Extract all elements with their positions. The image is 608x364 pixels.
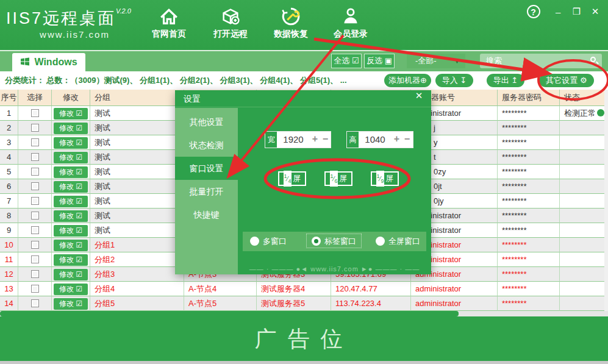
close-button[interactable]: ✕ (587, 6, 603, 17)
export-button[interactable]: 导出 ↥ (487, 74, 524, 87)
dialog-sidebar: 其他设置状态检测窗口设置批量打开快捷键 (175, 108, 238, 274)
app-header: IIS7远程桌面V.2.0 www.iis7.com 官网首页 打开远程 数据恢… (0, 0, 608, 51)
nav-open-remote[interactable]: 打开远程 (203, 6, 258, 40)
modify-button[interactable]: 修改 ☑ (54, 108, 88, 120)
cell-status (560, 282, 608, 296)
cell-modify: 修改 ☑ (52, 282, 90, 296)
window-mode-radio-group: 多窗口 标签窗口 全屏窗口 (243, 232, 426, 251)
table-row[interactable]: 14修改 ☑分组5A-节点5测试服务器5113.74.223.4administ… (0, 296, 608, 311)
height-decrease-button[interactable]: − (402, 132, 412, 148)
dialog-sidebar-item-3[interactable]: 批量打开 (175, 180, 238, 203)
modify-button[interactable]: 修改 ☑ (54, 196, 88, 207)
vertical-scrollbar-track[interactable] (604, 90, 608, 311)
chevron-down-icon: ▼ (454, 54, 460, 68)
row-checkbox[interactable] (31, 109, 39, 117)
window-bottom-edge (0, 361, 608, 364)
dialog-sidebar-item-0[interactable]: 其他设置 (175, 110, 238, 134)
horizontal-scrollbar-thumb[interactable] (0, 311, 459, 316)
row-checkbox[interactable] (31, 168, 39, 176)
row-checkbox[interactable] (31, 138, 39, 146)
table-row[interactable]: 13修改 ☑分组4A-节点4测试服务器4120.47.4.77administr… (0, 282, 608, 296)
radio-multi-window[interactable]: 多窗口 (250, 234, 287, 249)
cell-password: ******** (498, 150, 560, 165)
help-button[interactable]: ? (527, 5, 540, 18)
cell-node-name: A-节点5 (184, 296, 257, 311)
modify-button[interactable]: 修改 ☑ (54, 254, 88, 266)
row-checkbox[interactable] (31, 285, 39, 293)
modify-button[interactable]: 修改 ☑ (54, 166, 88, 178)
nav-data-recovery[interactable]: 数据恢复 (263, 6, 318, 40)
tab-windows[interactable]: Windows (12, 53, 85, 71)
logo-title: IIS7远程桌面 (6, 9, 116, 27)
dialog-title: 设置 (175, 90, 431, 107)
nav-member-login[interactable]: 会员登录 (323, 6, 378, 40)
group-filter-select[interactable]: -全部- ▼ (407, 54, 465, 68)
cell-index: 4 (0, 150, 18, 165)
width-decrease-button[interactable]: − (320, 132, 331, 148)
group-filter-value: -全部- (415, 56, 437, 65)
maximize-button[interactable]: ❒ (569, 6, 585, 17)
modify-button[interactable]: 修改 ☑ (54, 284, 88, 295)
search-input[interactable]: 搜索 (480, 54, 602, 68)
other-settings-button[interactable]: 其它设置 ⚙ (539, 74, 594, 87)
radio-fullscreen-window[interactable]: 全屏窗口 (376, 234, 420, 249)
modify-button[interactable]: 修改 ☑ (54, 210, 88, 222)
cell-group: 测试 (90, 165, 184, 179)
modify-button[interactable]: 修改 ☑ (54, 137, 88, 149)
row-checkbox[interactable] (31, 197, 39, 205)
row-checkbox[interactable] (31, 299, 39, 307)
row-checkbox[interactable] (31, 182, 39, 190)
dialog-close-icon[interactable]: ✕ (413, 90, 425, 101)
import-button[interactable]: 导入 ↧ (435, 74, 473, 87)
nav-home[interactable]: 官网首页 (141, 6, 196, 40)
height-value[interactable]: 1040 (359, 132, 392, 148)
quarter-screen-button[interactable]: 1⁄4 屏 (278, 171, 306, 186)
add-machine-button[interactable]: 添加机器⊕ (384, 74, 431, 87)
dialog-sidebar-item-4[interactable]: 快捷键 (175, 203, 238, 226)
cell-status (560, 238, 608, 252)
dialog-sidebar-item-2[interactable]: 窗口设置 (175, 157, 238, 180)
dialog-watermark: —— · ——— ●◄ www.iis7.com ►● ——— · —— (238, 265, 431, 273)
cell-select (18, 209, 52, 223)
cell-password: ******** (498, 106, 560, 121)
width-value[interactable]: 1920 (277, 132, 310, 148)
minimize-button[interactable]: – (550, 7, 566, 17)
cell-status (560, 150, 608, 165)
cube-icon (203, 6, 258, 28)
height-label: 高 (347, 132, 359, 148)
row-checkbox[interactable] (31, 241, 39, 249)
vertical-scrollbar-thumb[interactable] (597, 109, 604, 116)
row-checkbox[interactable] (31, 153, 39, 161)
cell-modify: 修改 ☑ (52, 252, 90, 267)
search-placeholder: 搜索 (486, 56, 502, 65)
cell-modify: 修改 ☑ (52, 121, 90, 135)
row-checkbox[interactable] (31, 124, 39, 132)
row-checkbox[interactable] (31, 255, 39, 263)
modify-button[interactable]: 修改 ☑ (54, 240, 88, 251)
modify-button[interactable]: 修改 ☑ (54, 298, 88, 310)
height-stepper: 高 1040 + − (346, 131, 413, 148)
cell-modify: 修改 ☑ (52, 223, 90, 238)
modify-button[interactable]: 修改 ☑ (54, 225, 88, 237)
dialog-sidebar-item-1[interactable]: 状态检测 (175, 134, 238, 157)
height-increase-button[interactable]: + (392, 132, 402, 148)
row-checkbox[interactable] (31, 226, 39, 234)
cell-password: ******** (498, 121, 560, 135)
invert-select-button[interactable]: 反选 ▣ (364, 54, 395, 68)
modify-button[interactable]: 修改 ☑ (54, 269, 88, 280)
select-all-button[interactable]: 全选 ☑ (331, 54, 362, 68)
row-checkbox[interactable] (31, 212, 39, 219)
width-increase-button[interactable]: + (310, 132, 320, 148)
modify-button[interactable]: 修改 ☑ (54, 123, 88, 134)
search-icon (590, 57, 596, 62)
radio-tab-window[interactable]: 标签窗口 (306, 234, 362, 248)
modify-button[interactable]: 修改 ☑ (54, 152, 88, 163)
sixth-screen-button[interactable]: 1⁄6 屏 (324, 171, 352, 186)
ad-banner: 广告位 (0, 316, 608, 361)
horizontal-scrollbar[interactable] (0, 311, 608, 316)
modify-button[interactable]: 修改 ☑ (54, 181, 88, 193)
cell-select (18, 194, 52, 209)
dialog-content: 宽 1920 + − 高 1040 + − 1⁄4 屏 1⁄6 屏 1⁄9 屏 … (238, 108, 431, 274)
ninth-screen-button[interactable]: 1⁄9 屏 (371, 171, 399, 186)
row-checkbox[interactable] (31, 270, 39, 278)
